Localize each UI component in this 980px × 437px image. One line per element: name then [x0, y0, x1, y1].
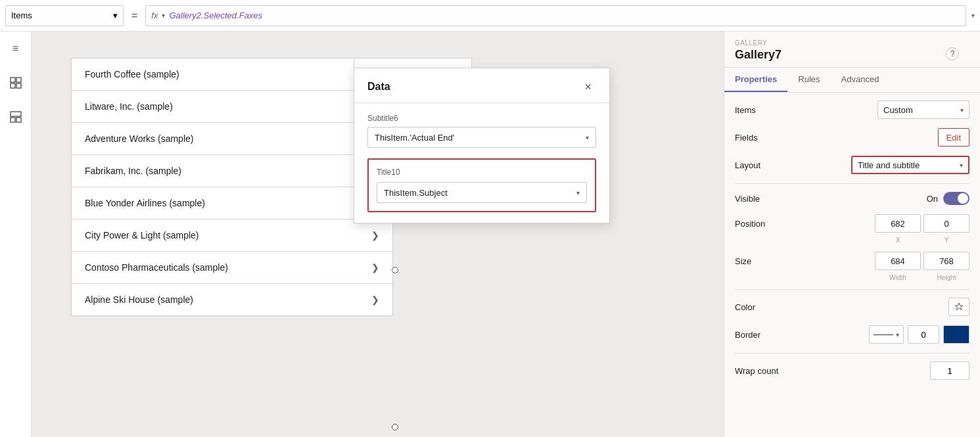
border-color-swatch[interactable]	[943, 325, 969, 344]
sidebar: ≡	[0, 32, 32, 437]
subtitle6-dropdown[interactable]: ThisItem.'Actual End' ▾	[367, 127, 596, 148]
resize-handle-bottom[interactable]	[392, 424, 398, 430]
border-style-dropdown[interactable]: ▾	[869, 325, 904, 344]
svg-rect-4	[11, 112, 21, 116]
items-dropdown[interactable]: Items ▾	[5, 5, 124, 26]
color-prop-label: Color	[735, 302, 755, 312]
gallery-item-alpine[interactable]: Alpine Ski House (sample) ❯	[72, 284, 392, 315]
border-line-icon	[874, 334, 893, 335]
layout-prop-label: Layout	[735, 160, 760, 170]
visible-on-label: On	[927, 194, 938, 204]
gallery-item-fabrikam[interactable]: Fabrikam, Inc. (sample) ❯	[72, 155, 392, 187]
gallery-item-contoso[interactable]: Contoso Pharmaceuticals (sample) ❯	[72, 252, 392, 284]
items-chevron-icon: ▾	[960, 106, 964, 114]
gallery-item-text: Fabrikam, Inc. (sample)	[85, 166, 181, 176]
edit-fields-button[interactable]: Edit	[938, 128, 969, 147]
gallery-item-adventure-works[interactable]: Adventure Works (sample) ❯	[72, 123, 392, 155]
prop-tabs: Properties Rules Advanced	[724, 68, 980, 93]
gallery-name: Gallery7	[735, 48, 782, 62]
position-row: Position	[735, 214, 969, 233]
gallery-label: GALLERY	[735, 39, 969, 47]
toggle-knob	[958, 193, 968, 204]
svg-rect-6	[16, 118, 21, 122]
gallery-item-text: Blue Yonder Airlines (sample)	[85, 198, 205, 208]
tab-rules[interactable]: Rules	[787, 68, 830, 92]
gallery-item-blue-yonder[interactable]: Blue Yonder Airlines (sample) ❯	[72, 187, 392, 219]
fx-label: fx	[151, 11, 158, 20]
items-prop-label: Items	[735, 105, 756, 115]
canvas-area: Fourth Coffee (sample) ❯ Litware, Inc. (…	[32, 32, 724, 437]
resize-handle-mid[interactable]	[392, 267, 398, 273]
title10-dropdown[interactable]: ThisItem.Subject ▾	[377, 182, 587, 203]
fields-row: Fields Edit	[735, 128, 969, 147]
prop-body: Items Custom ▾ Fields Edit Layout Title …	[724, 93, 980, 437]
items-chevron-icon: ▾	[113, 11, 118, 20]
position-x-input[interactable]	[875, 214, 921, 233]
visible-toggle-container: On	[927, 192, 969, 205]
gallery-container: Fourth Coffee (sample) ❯ Litware, Inc. (…	[71, 58, 393, 316]
items-label: Items	[11, 11, 32, 20]
gallery-item-fourth-coffee[interactable]: Fourth Coffee (sample) ❯	[72, 58, 392, 91]
height-input[interactable]	[923, 252, 969, 270]
prop-header: GALLERY Gallery7 ?	[724, 32, 980, 68]
gallery-item-text: Adventure Works (sample)	[85, 133, 193, 144]
gallery-item-city-power[interactable]: City Power & Light (sample) ❯	[72, 219, 392, 252]
position-y-input[interactable]	[923, 214, 969, 233]
tab-properties[interactable]: Properties	[724, 68, 787, 92]
prop-header-inner: GALLERY Gallery7 ?	[735, 39, 969, 62]
visible-toggle[interactable]	[943, 192, 969, 205]
svg-rect-0	[11, 78, 15, 82]
wrap-count-input[interactable]	[930, 361, 969, 380]
visible-row: Visible On	[735, 192, 969, 205]
help-icon[interactable]: ?	[946, 47, 959, 60]
data-panel-title: Data	[367, 81, 390, 93]
formula-bar[interactable]: fx ▾ Gallery2.Selected.Faxes	[145, 5, 966, 26]
sidebar-icon-grid[interactable]	[4, 105, 28, 129]
data-panel: Data ✕ Subtitle6 ThisItem.'Actual End' ▾…	[354, 68, 610, 223]
border-controls: ▾	[869, 325, 969, 344]
title10-value: ThisItem.Subject	[384, 188, 448, 198]
wrap-count-row: Wrap count	[735, 361, 969, 380]
fx-chevron-icon: ▾	[162, 12, 165, 19]
size-row: Size	[735, 252, 969, 270]
subtitle6-value: ThisItem.'Actual End'	[375, 133, 454, 143]
svg-rect-5	[11, 118, 15, 122]
layout-value-dropdown[interactable]: Title and subtitle ▾	[851, 156, 969, 174]
topbar-end-chevron-icon: ▾	[971, 12, 975, 19]
equals-sign: =	[129, 10, 140, 22]
title10-chevron-icon: ▾	[576, 189, 580, 196]
position-inputs	[875, 214, 969, 233]
top-bar: Items ▾ = fx ▾ Gallery2.Selected.Faxes ▾	[0, 0, 980, 32]
svg-rect-3	[16, 83, 21, 88]
data-panel-close-button[interactable]: ✕	[580, 79, 596, 95]
width-sub-label: Width	[875, 274, 921, 281]
tab-advanced[interactable]: Advanced	[831, 68, 890, 92]
items-row: Items Custom ▾	[735, 101, 969, 119]
color-swatch-button[interactable]	[948, 298, 969, 316]
width-input[interactable]	[875, 252, 921, 270]
gallery-chevron-icon: ❯	[371, 262, 379, 273]
layout-chevron-icon: ▾	[960, 162, 963, 169]
items-value-dropdown[interactable]: Custom ▾	[877, 101, 969, 119]
data-panel-header: Data ✕	[354, 68, 609, 103]
formula-text: Gallery2.Selected.Faxes	[169, 11, 262, 20]
divider-1	[735, 183, 969, 184]
divider-3	[735, 353, 969, 354]
border-style-chevron-icon: ▾	[896, 331, 899, 338]
subtitle6-label: Subtitle6	[367, 114, 596, 123]
svg-rect-1	[16, 78, 21, 82]
title10-group: Title10 ThisItem.Subject ▾	[367, 158, 596, 212]
properties-panel: GALLERY Gallery7 ? Properties Rules Adva…	[724, 32, 980, 437]
sidebar-icon-menu[interactable]: ≡	[4, 37, 28, 60]
gallery-item-text: Fourth Coffee (sample)	[85, 69, 179, 80]
title10-label: Title10	[377, 168, 587, 177]
gallery-item-litware[interactable]: Litware, Inc. (sample) ❯	[72, 91, 392, 123]
y-sub-label: Y	[923, 237, 969, 244]
gallery-item-text: City Power & Light (sample)	[85, 230, 199, 241]
border-width-input[interactable]	[908, 325, 939, 344]
visible-prop-label: Visible	[735, 194, 760, 204]
sidebar-icon-shapes[interactable]	[4, 71, 28, 95]
size-inputs	[875, 252, 969, 270]
gallery-chevron-icon: ❯	[371, 230, 379, 241]
items-value-text: Custom	[883, 105, 913, 115]
